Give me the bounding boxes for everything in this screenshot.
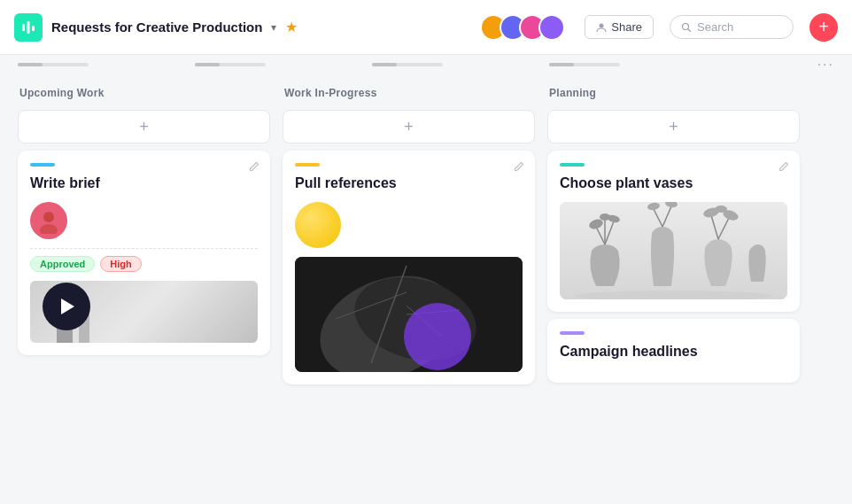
card-accent-purple [560,331,585,335]
column-upcoming: Upcoming Work + Write brief Approved [18,83,270,495]
card-title-write-brief: Write brief [30,175,258,191]
more-options-icon[interactable]: ··· [817,57,834,73]
svg-rect-2 [32,26,35,31]
card-accent-blue [30,163,55,167]
person-icon [596,22,607,33]
column-header-planning: Planning [547,83,800,103]
edit-icon-2[interactable] [513,161,524,175]
search-box[interactable]: Search [670,15,794,39]
dashed-separator [30,248,258,249]
card-media-area [30,281,258,343]
svg-line-5 [688,28,691,31]
card-campaign-headlines: Campaign headlines [547,319,800,383]
badge-high: High [100,256,141,272]
header: Requests for Creative Production ▾ ★ Sha… [0,0,852,55]
play-button[interactable] [43,283,90,330]
share-button[interactable]: Share [585,15,654,39]
card-title-campaign: Campaign headlines [560,344,787,360]
add-button[interactable]: + [809,13,838,42]
avatar-group [480,14,565,41]
app-logo [14,13,43,42]
scrollbar-track-1[interactable] [18,63,89,66]
svg-point-24 [600,213,610,221]
edit-icon[interactable] [248,161,259,175]
card-accent-teal [560,163,585,167]
column-planning: Planning + Choose plant vases [547,83,800,495]
svg-rect-1 [27,21,30,34]
svg-point-7 [40,224,58,234]
vases-image [560,202,787,299]
board: Upcoming Work + Write brief Approved [0,74,852,504]
play-icon [61,299,74,314]
avatar [538,14,565,41]
card-title-choose-vases: Choose plant vases [560,175,787,191]
add-card-button-upcoming[interactable]: + [18,110,270,143]
title-chevron-icon[interactable]: ▾ [271,21,276,34]
card-pull-references: Pull references [283,151,535,384]
search-icon [681,22,692,33]
yellow-ball [295,202,341,248]
svg-point-6 [43,212,54,222]
scrollbar-thumb-3 [372,63,397,66]
column-in-progress: Work In-Progress + Pull references [283,83,535,495]
svg-point-15 [404,303,471,370]
badge-approved: Approved [30,256,95,272]
add-card-button-in-progress[interactable]: + [283,110,535,143]
scrollbar-thumb-1 [18,63,43,66]
scrollbar-track-2[interactable] [195,63,266,66]
scrollbar-thumb-4 [549,63,574,66]
card-accent-yellow [295,163,320,167]
card-write-brief: Write brief Approved High [18,151,270,355]
card-title-pull-references: Pull references [295,175,523,191]
edit-icon-3[interactable] [778,161,789,175]
scrollbar-track-3[interactable] [372,63,443,66]
scrollbar-thumb-2 [195,63,220,66]
favorite-star-icon[interactable]: ★ [285,19,298,35]
svg-rect-0 [22,24,25,31]
badge-row: Approved High [30,256,258,272]
scrollbar-row: ··· [0,55,852,74]
column-header-in-progress: Work In-Progress [283,83,535,103]
card-avatar-red [30,202,67,239]
svg-point-33 [715,205,727,213]
card-choose-vases: Choose plant vases [547,151,800,312]
add-card-button-planning[interactable]: + [547,110,800,143]
scrollbar-track-4[interactable] [549,63,620,66]
column-header-upcoming: Upcoming Work [18,83,270,103]
leaf-image [295,257,523,372]
page-title: Requests for Creative Production [51,19,262,35]
svg-point-3 [600,23,604,27]
